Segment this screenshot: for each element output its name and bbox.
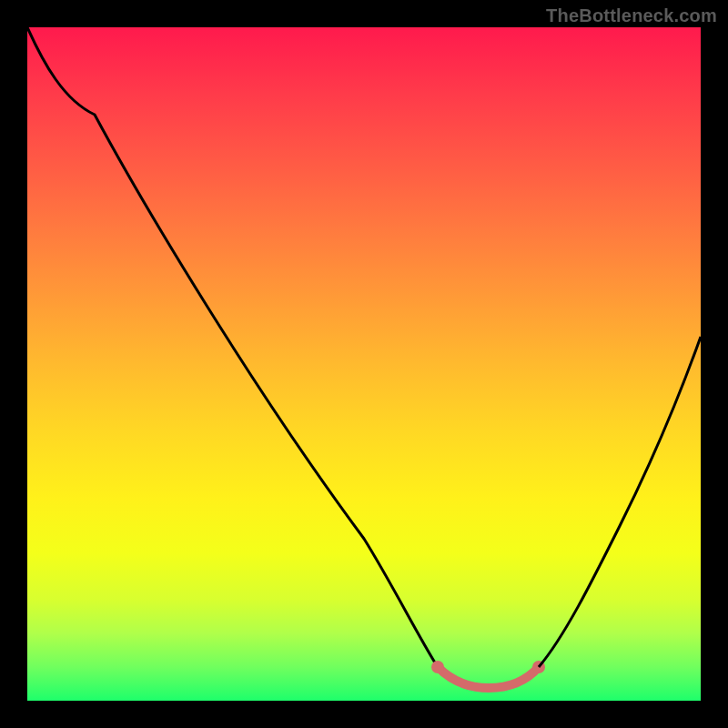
chart-frame: TheBottleneck.com: [0, 0, 728, 728]
watermark-text: TheBottleneck.com: [546, 5, 717, 26]
curve-right-branch: [539, 337, 701, 667]
plot-area: [27, 27, 701, 701]
basin-dot-left: [431, 661, 444, 673]
curve-layer: [27, 27, 701, 701]
curve-flat-basin: [438, 667, 539, 688]
curve-left-branch: [27, 27, 438, 667]
